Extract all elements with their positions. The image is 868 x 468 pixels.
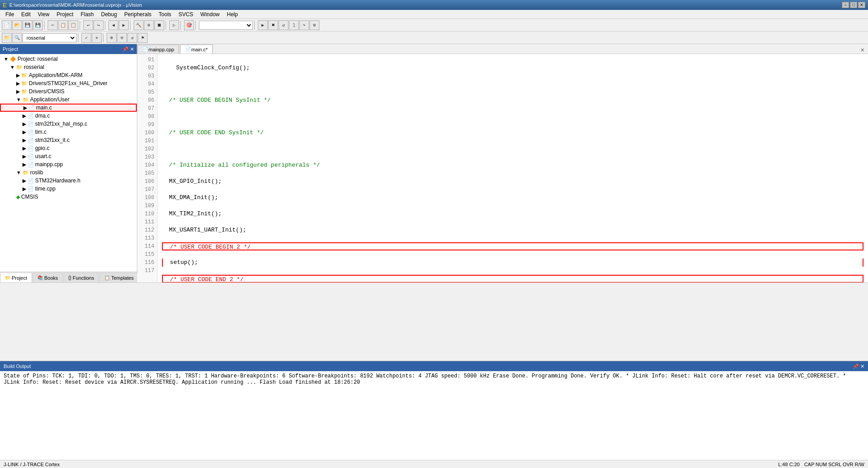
tb2-flag[interactable]: ⚑ xyxy=(138,33,148,43)
maximize-button[interactable]: □ xyxy=(850,2,857,8)
status-debugger: J-LINK / J-TRACE Cortex xyxy=(4,462,60,467)
tree-time-cpp[interactable]: ▶ 📄 time.cpp xyxy=(0,185,137,193)
code-content[interactable]: SystemClock_Config(); /* USER CODE BEGIN… xyxy=(157,54,868,282)
tb-undo[interactable]: ↩ xyxy=(83,20,93,30)
tb-run[interactable]: ▶ xyxy=(258,20,268,30)
tb-save[interactable]: 💾 xyxy=(22,20,32,30)
tb2-btn1[interactable]: 📁 xyxy=(2,33,12,43)
tree-gpio-c[interactable]: ▶ 📄 gpio.c xyxy=(0,144,137,152)
tree-stm32hw-h[interactable]: ▶ 📄 STM32Hardware.h xyxy=(0,177,137,185)
menu-view[interactable]: View xyxy=(34,10,53,18)
stm32hw-expand-icon: ▶ xyxy=(22,178,26,184)
project-panel-controls[interactable]: 📌 ✕ xyxy=(122,46,134,52)
tree-usart-c[interactable]: ▶ 📄 usart.c xyxy=(0,152,137,160)
toolbar-1: 📄 📂 💾 💾 ✂ 📋 📋 ↩ ↪ ◀ ▶ 🔨 ⚙ ⏹ ▷ 🎯 ▶ ■ ↺ ⤵ … xyxy=(0,19,868,32)
time-cpp-expand-icon: ▶ xyxy=(22,186,26,192)
menu-debug[interactable]: Debug xyxy=(98,10,121,18)
target-combo2[interactable]: rosserial xyxy=(22,33,76,42)
it-c-expand-icon: ▶ xyxy=(22,137,26,143)
tb-rebuild[interactable]: ⚙ xyxy=(144,20,154,30)
tree-cmsis-label: CMSIS xyxy=(21,194,38,200)
editor-close-button[interactable]: ✕ xyxy=(857,46,868,54)
editor-tab-mainpp[interactable]: 📄 mainpp.cpp xyxy=(137,45,179,54)
editor-tab-main-c[interactable]: 📄 main.c* xyxy=(180,45,213,54)
tb2-refresh[interactable]: ↺ xyxy=(127,33,137,43)
tree-app-user[interactable]: ▼ 📁 Application/User xyxy=(0,95,137,104)
tb2-minus[interactable]: ⊖ xyxy=(117,33,127,43)
tb-settings[interactable]: ⚙ xyxy=(310,20,319,30)
menu-peripherals[interactable]: Peripherals xyxy=(121,10,155,18)
build-output-panel: Build Output 📌 ✕ State of Pins: TCK: 1, … xyxy=(0,361,868,460)
tb-open[interactable]: 📂 xyxy=(12,20,22,30)
menu-window[interactable]: Window xyxy=(197,10,223,18)
usart-c-file-icon: 📄 xyxy=(27,154,34,159)
tb-save-all[interactable]: 💾 xyxy=(33,20,43,30)
status-bar: J-LINK / J-TRACE Cortex L:48 C:20 CAP NU… xyxy=(0,460,868,468)
tb-stop2[interactable]: ■ xyxy=(268,20,278,30)
tree-cmsis[interactable]: ◆ CMSIS xyxy=(0,193,137,201)
tb2-btn2[interactable]: 🔍 xyxy=(12,33,22,43)
tb-stop[interactable]: ⏹ xyxy=(154,20,164,30)
menu-project[interactable]: Project xyxy=(53,10,77,18)
status-caps: CAP NUM SCRL OVR R/W xyxy=(804,462,864,467)
tree-roslib[interactable]: ▼ 📁 roslib xyxy=(0,168,137,177)
tab-functions[interactable]: {} Functions xyxy=(63,273,99,282)
tab-templates-label: Templates xyxy=(111,275,134,281)
menu-edit[interactable]: Edit xyxy=(18,10,34,18)
code-editor[interactable]: 9192939495 96979899100 101102103104105 1… xyxy=(137,54,868,282)
project-panel-header: Project 📌 ✕ xyxy=(0,44,137,54)
tab-books[interactable]: 📚 Books xyxy=(32,273,63,282)
tree-rosserial[interactable]: ▼ 📁 rosserial xyxy=(0,63,137,71)
tb-debug[interactable]: ▷ xyxy=(169,20,179,30)
tb-build[interactable]: 🔨 xyxy=(134,20,144,30)
it-c-file-icon: 📄 xyxy=(27,137,34,143)
project-tab-icon: 📁 xyxy=(5,275,10,280)
tb-back[interactable]: ◀ xyxy=(108,20,118,30)
tree-hal-msp[interactable]: ▶ 📄 stm32f1xx_hal_msp.c xyxy=(0,120,137,128)
tb-copy[interactable]: 📋 xyxy=(58,20,68,30)
tree-project-root[interactable]: ▼ 🔶 Project: rosserial xyxy=(0,55,137,63)
roslib-folder-icon: 📁 xyxy=(22,170,29,176)
tb2-x[interactable]: ✕ xyxy=(92,33,102,43)
tb2-sep-1 xyxy=(78,33,80,42)
tree-app-mdk[interactable]: ▶ 📁 Application/MDK-ARM xyxy=(0,71,137,79)
tab-project[interactable]: 📁 Project xyxy=(0,273,32,282)
tim-c-expand-icon: ▶ xyxy=(22,129,26,135)
tree-it-c[interactable]: ▶ 📄 stm32f1xx_it.c xyxy=(0,136,137,144)
tb2-check[interactable]: ✓ xyxy=(81,33,91,43)
tb-new[interactable]: 📄 xyxy=(2,20,12,30)
tree-drivers-cmsis[interactable]: ▶ 📁 Drivers/CMSIS xyxy=(0,87,137,95)
tree-main-c[interactable]: ▶ 📄 main.c xyxy=(0,104,137,112)
project-panel: Project 📌 ✕ ▼ 🔶 Project: rosserial ▼ 📁 r… xyxy=(0,44,137,282)
tb-cut[interactable]: ✂ xyxy=(48,20,58,30)
status-left: J-LINK / J-TRACE Cortex xyxy=(4,462,60,467)
menu-flash[interactable]: Flash xyxy=(77,10,97,18)
tb2-plus[interactable]: ⊕ xyxy=(107,33,117,43)
dma-c-file-icon: 📄 xyxy=(27,113,34,119)
build-output-controls[interactable]: 📌 ✕ xyxy=(853,363,864,369)
tb-reset[interactable]: ↺ xyxy=(279,20,288,30)
tab-templates[interactable]: 📋 Templates xyxy=(99,273,139,282)
gpio-c-expand-icon: ▶ xyxy=(22,145,26,151)
tree-tim-c[interactable]: ▶ 📄 tim.c xyxy=(0,128,137,136)
menu-file[interactable]: File xyxy=(2,10,18,18)
tb-sep-3 xyxy=(105,21,107,30)
minimize-button[interactable]: − xyxy=(842,2,849,8)
tb-redo[interactable]: ↪ xyxy=(94,20,103,30)
tree-roslib-label: roslib xyxy=(30,169,43,176)
tb-fwd[interactable]: ▶ xyxy=(119,20,129,30)
tree-mainpp-cpp[interactable]: ▶ 📄 mainpp.cpp xyxy=(0,160,137,168)
tree-dma-c[interactable]: ▶ 📄 dma.c xyxy=(0,112,137,120)
main-layout: Project 📌 ✕ ▼ 🔶 Project: rosserial ▼ 📁 r… xyxy=(0,44,868,283)
tb-step-over[interactable]: ↷ xyxy=(299,20,309,30)
close-button[interactable]: ✕ xyxy=(858,2,865,8)
tree-drivers-hal[interactable]: ▶ 📁 Drivers/STM32F1xx_HAL_Driver xyxy=(0,79,137,87)
target-combo[interactable] xyxy=(199,21,253,30)
tb-target[interactable]: 🎯 xyxy=(184,20,194,30)
usart-c-expand-icon: ▶ xyxy=(22,154,26,159)
tb-step[interactable]: ⤵ xyxy=(289,20,299,30)
tb-paste[interactable]: 📋 xyxy=(68,20,78,30)
menu-help[interactable]: Help xyxy=(223,10,242,18)
menu-tools[interactable]: Tools xyxy=(155,10,175,18)
menu-svcs[interactable]: SVCS xyxy=(175,10,197,18)
